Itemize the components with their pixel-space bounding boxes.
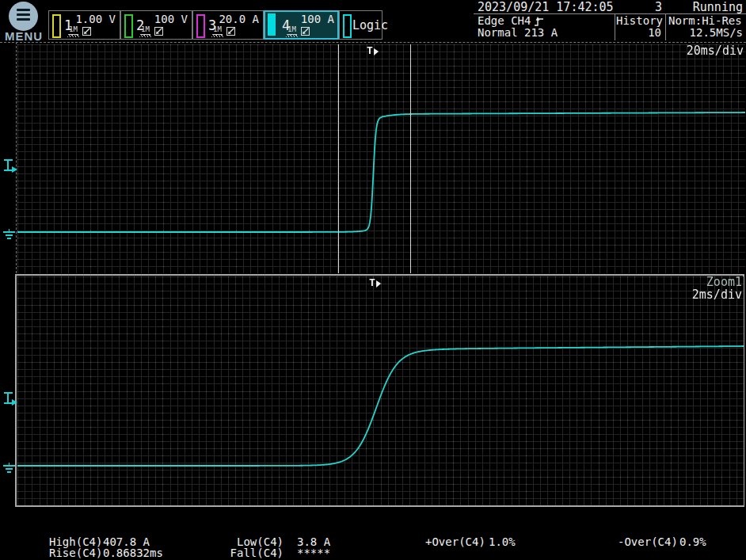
coupling-icon [226,26,236,36]
measure-rise-label: Rise(C4) [49,547,102,558]
record-mode: Norm:Hi-Res [668,15,743,27]
main-waveform-display[interactable] [17,44,745,273]
menu-label: MENU [0,29,48,43]
main-timebase-label: 20ms/div [665,45,744,57]
channel-2-scale: 100 V [154,13,188,25]
measure-rise-value: 0.86832ms [103,547,163,558]
coupling-icon [82,26,92,36]
graticule-top-border [0,42,746,43]
zoom-window-right-cursor[interactable] [410,44,411,273]
zoom-waveform-display[interactable] [17,276,744,505]
measure-pover-label: +Over(C4) [425,536,485,547]
measure-fall-value: ***** [297,547,330,558]
datetime: 2023/09/21 17:42:05 [478,2,614,13]
channel-3-scale: 20.0 A [219,13,259,25]
zoom-panel-title: Zoom1 [673,276,742,288]
trigger-mode: Edge CH4 [478,15,531,27]
trigger-settings[interactable]: Edge CH4 Normal 213 A [478,15,558,39]
zoom-window-left-cursor[interactable] [338,44,339,273]
record-mode-box[interactable]: Norm:Hi-Res 12.5MS/s [668,15,743,39]
channel-1-color-bracket [52,14,61,38]
history-box[interactable]: History 10 [616,15,661,39]
rising-edge-icon [534,16,544,27]
impedance-1M-icon: 1M [140,26,150,35]
channel-1-box[interactable]: 1 1.00 V 1M [48,10,120,40]
acquisition-count: 3 [610,2,662,13]
impedance-1M-icon: 1M [68,26,78,35]
trigger-position-marker-main[interactable]: T [367,45,379,58]
run-state: Running [679,2,743,13]
measure-nover-label: -Over(C4) [618,536,678,547]
sample-rate: 12.5MS/s [668,27,743,39]
hamburger-icon [9,2,38,31]
info-divider [615,13,615,40]
history-label: History [616,15,661,27]
channel-3-box[interactable]: 3 20.0 A 1M [192,10,264,40]
ground-level-marker-zoom[interactable] [3,465,16,474]
graticule-left-border [16,42,17,273]
trigger-position-marker-zoom[interactable]: T [369,277,382,290]
coupling-icon [300,26,310,36]
impedance-1M-icon: 1M [287,26,297,35]
channel-2-box[interactable]: 2 100 V 1M [120,10,192,40]
channel-2-color-bracket [124,14,133,38]
history-count: 10 [616,27,661,39]
coupling-icon [154,26,164,36]
channel-4-color-bracket [268,13,276,36]
measure-pover-value: 1.0% [489,536,516,547]
ground-level-marker-main[interactable] [3,231,16,241]
logic-box[interactable]: Logic [339,10,383,40]
measure-nover-value: 0.9% [679,536,706,547]
trigger-level-marker-zoom[interactable] [4,392,18,406]
channel-3-color-bracket [196,14,205,38]
channel-4-box-selected[interactable]: 4 100 A 1M [264,10,339,40]
measure-high-label: High(C4) [49,536,102,547]
measure-high-value: 407.8 A [103,536,150,547]
trigger-level-marker-main[interactable] [4,159,18,173]
logic-color-bracket [343,14,352,38]
measure-low-label: Low(C4) [214,536,284,547]
logic-label: Logic [352,18,388,32]
measure-fall-label: Fall(C4) [214,547,284,558]
zoom-timebase-label: 2ms/div [673,289,742,301]
channel-4-scale: 100 A [301,13,334,25]
info-divider [665,13,666,40]
channel-1-scale: 1.00 V [75,13,116,25]
trigger-level: Normal 213 A [478,27,558,39]
measure-low-value: 3.8 A [297,536,330,547]
menu-button[interactable]: MENU [0,0,48,43]
impedance-1M-icon: 1M [212,26,223,35]
